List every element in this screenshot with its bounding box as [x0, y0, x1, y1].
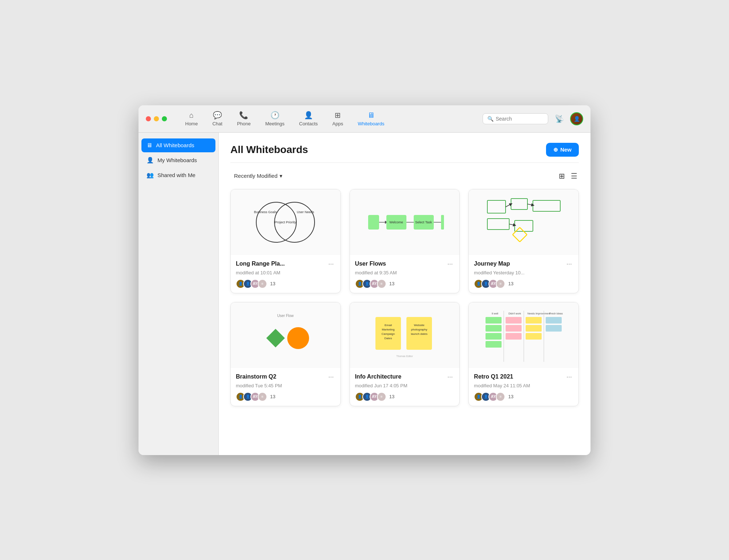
- whiteboard-preview-info: Email Marketing Campaign Dates Website p…: [350, 302, 460, 368]
- page-title: All Whiteboards: [230, 144, 308, 156]
- svg-line-20: [506, 204, 511, 207]
- wb-participants-4: 👤 👤 AY ≡ 13: [236, 392, 335, 402]
- wb-more-button[interactable]: ···: [327, 259, 335, 269]
- close-button[interactable]: [146, 116, 151, 121]
- whiteboard-preview-journey: [469, 189, 578, 255]
- svg-text:Marketing: Marketing: [382, 328, 394, 331]
- wb-more-button-3[interactable]: ···: [565, 259, 573, 269]
- wb-participants-3: 👤 👤 AY ≡ 13: [474, 279, 573, 289]
- nav-contacts-label: Contacts: [299, 121, 318, 126]
- wb-participants: 👤 👤 AY ≡ 13: [236, 279, 335, 289]
- svg-rect-45: [486, 333, 502, 340]
- wb-participants-5: 👤 👤 AY ≡ 13: [355, 392, 455, 402]
- whiteboards-icon: 🖥: [367, 111, 375, 120]
- sidebar-item-my-whiteboards[interactable]: 👤 My Whiteboards: [141, 153, 215, 167]
- wb-more-button-4[interactable]: ···: [327, 372, 335, 381]
- whiteboard-info: Long Range Pla... ··· modified at 10:01 …: [231, 255, 340, 293]
- wb-title-user-flows: User Flows: [355, 261, 386, 267]
- nav-phone-label: Phone: [237, 121, 251, 126]
- whiteboard-preview-flow: Welcome Select Task: [350, 189, 460, 255]
- new-icon: ⊕: [553, 146, 558, 153]
- participant-count-2: 13: [389, 281, 394, 286]
- nav-apps[interactable]: ⊞ Apps: [325, 108, 351, 129]
- avatar-4f: ≡: [496, 392, 505, 402]
- svg-rect-49: [506, 333, 522, 340]
- grid-view-button[interactable]: ⊞: [557, 170, 566, 182]
- svg-text:It well: It well: [492, 312, 498, 315]
- participant-count-5: 13: [389, 394, 394, 399]
- nav-whiteboards-label: Whiteboards: [358, 121, 384, 126]
- avatar-4: ≡: [258, 279, 267, 289]
- svg-rect-24: [266, 329, 285, 347]
- wb-date-retro: modified May 24 11:05 AM: [474, 383, 573, 388]
- chat-icon: 💬: [213, 111, 222, 120]
- nav-home[interactable]: ⌂ Home: [178, 108, 205, 129]
- nav-phone[interactable]: 📞 Phone: [230, 108, 258, 129]
- svg-rect-46: [486, 341, 502, 348]
- whiteboard-preview-brainstorm: User Flow: [231, 302, 340, 368]
- whiteboard-info-2: User Flows ··· modified at 9:35 AM 👤 👤 A…: [350, 255, 460, 293]
- svg-text:Needs Improvement: Needs Improvement: [527, 312, 550, 315]
- whiteboard-card-long-range[interactable]: Business Goals User Needs Project Priori…: [230, 189, 341, 293]
- whiteboard-card-retro[interactable]: It well Didn't work Needs Improvement Fr…: [468, 302, 579, 406]
- svg-text:Didn't work: Didn't work: [508, 312, 521, 315]
- sort-dropdown[interactable]: Recently Modified ▾: [230, 171, 286, 181]
- wb-date-long-range: modified at 10:01 AM: [236, 270, 335, 275]
- nav-home-label: Home: [185, 121, 198, 126]
- wb-more-button-2[interactable]: ···: [446, 259, 454, 269]
- sidebar-item-all-whiteboards[interactable]: 🖥 All Whiteboards: [141, 138, 215, 152]
- user-avatar[interactable]: 👤: [570, 112, 583, 125]
- whiteboard-info-4: Brainstorm Q2 ··· modified Tue 5:45 PM 👤…: [231, 368, 340, 406]
- avatar-4e: ≡: [377, 392, 386, 402]
- wb-title-brainstorm: Brainstorm Q2: [236, 373, 276, 380]
- nav-meetings[interactable]: 🕐 Meetings: [258, 108, 292, 129]
- svg-rect-47: [506, 317, 522, 324]
- svg-rect-16: [533, 200, 560, 211]
- sidebar: 🖥 All Whiteboards 👤 My Whiteboards 👥 Sha…: [139, 133, 219, 455]
- svg-text:Thomas Editor: Thomas Editor: [396, 355, 413, 357]
- person-icon: 👤: [147, 157, 154, 164]
- wb-participants-2: 👤 👤 AY ≡ 13: [355, 279, 455, 289]
- traffic-lights: [146, 116, 167, 121]
- search-icon: 🔍: [487, 116, 494, 122]
- whiteboard-card-journey-map[interactable]: Journey Map ··· modified Yesterday 10...…: [468, 189, 579, 293]
- toolbar: Recently Modified ▾ ⊞ ☰: [230, 170, 579, 182]
- svg-rect-13: [441, 215, 444, 230]
- svg-text:Website: Website: [414, 324, 425, 327]
- nav-whiteboards[interactable]: 🖥 Whiteboards: [350, 108, 391, 129]
- svg-line-22: [509, 224, 515, 225]
- new-button[interactable]: ⊕ New: [546, 143, 579, 157]
- whiteboard-card-info-arch[interactable]: Email Marketing Campaign Dates Website p…: [350, 302, 460, 406]
- wb-title-journey: Journey Map: [474, 261, 510, 267]
- notification-icon[interactable]: 📡: [553, 112, 566, 125]
- minimize-button[interactable]: [154, 116, 159, 121]
- svg-rect-48: [506, 325, 522, 332]
- nav-items: ⌂ Home 💬 Chat 📞 Phone 🕐 Meetings 👤 Conta…: [178, 108, 483, 129]
- nav-contacts[interactable]: 👤 Contacts: [292, 108, 325, 129]
- titlebar: ⌂ Home 💬 Chat 📞 Phone 🕐 Meetings 👤 Conta…: [139, 105, 590, 133]
- participant-count-3: 13: [508, 281, 513, 286]
- nav-right: 🔍 📡 👤: [483, 112, 583, 125]
- list-view-button[interactable]: ☰: [569, 170, 579, 182]
- whiteboard-info-6: Retro Q1 2021 ··· modified May 24 11:05 …: [469, 368, 578, 406]
- whiteboard-card-brainstorm[interactable]: User Flow Brainstorm Q2 ··· modified Tu: [230, 302, 341, 406]
- nav-chat[interactable]: 💬 Chat: [205, 108, 230, 129]
- participant-count-4: 13: [270, 394, 275, 399]
- wb-date-journey: modified Yesterday 10...: [474, 270, 573, 275]
- svg-text:Project Priority: Project Priority: [275, 220, 296, 224]
- content-header: All Whiteboards ⊕ New: [230, 143, 579, 163]
- wb-more-button-6[interactable]: ···: [565, 372, 573, 381]
- svg-text:User Needs: User Needs: [297, 210, 315, 214]
- svg-text:Campaign: Campaign: [382, 332, 395, 336]
- wb-more-button-5[interactable]: ···: [446, 372, 454, 381]
- maximize-button[interactable]: [162, 116, 167, 121]
- search-input[interactable]: [496, 116, 543, 122]
- svg-rect-50: [526, 317, 542, 324]
- whiteboard-grid: Business Goals User Needs Project Priori…: [230, 189, 579, 406]
- svg-point-25: [287, 327, 309, 349]
- whiteboard-card-user-flows[interactable]: Welcome Select Task: [350, 189, 460, 293]
- sidebar-item-shared[interactable]: 👥 Shared with Me: [141, 168, 215, 182]
- search-bar[interactable]: 🔍: [483, 113, 548, 124]
- wb-date-info-arch: modified Jun 17 4:05 PM: [355, 383, 455, 388]
- participant-count: 13: [270, 281, 275, 286]
